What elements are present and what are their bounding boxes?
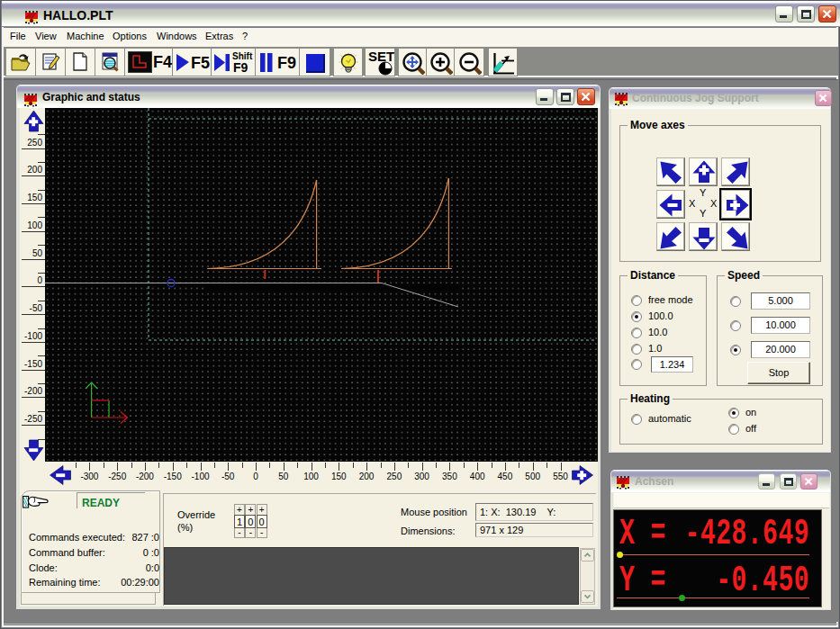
- svg-text:SET: SET: [368, 49, 394, 64]
